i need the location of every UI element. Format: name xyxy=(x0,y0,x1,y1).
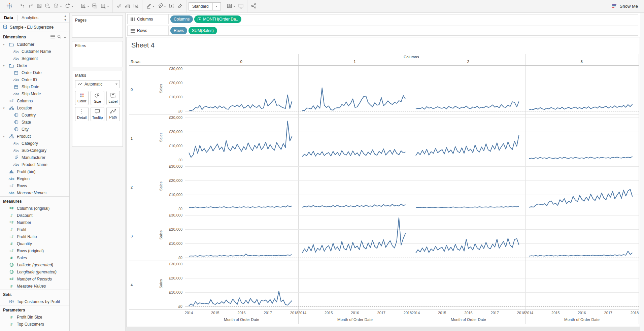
marks-label-button[interactable]: Label xyxy=(106,91,120,105)
line-panel-r1-c0[interactable] xyxy=(185,114,298,163)
swap-axes-button[interactable] xyxy=(115,2,123,11)
field-item[interactable]: #Profit xyxy=(0,226,69,233)
field-item[interactable]: ▾Location xyxy=(0,104,69,111)
field-item[interactable]: Longitude (generated) xyxy=(0,268,69,275)
marks-tooltip-button[interactable]: Tooltip xyxy=(91,107,104,121)
text-label-button[interactable] xyxy=(167,2,176,11)
duplicate-sheet-button[interactable] xyxy=(91,2,99,11)
field-item[interactable]: ▾Order xyxy=(0,62,69,69)
field-item[interactable]: =#Columns (original) xyxy=(0,205,69,212)
show-me-button[interactable]: Show Me xyxy=(609,2,641,10)
field-item[interactable]: #Quantity xyxy=(0,240,69,247)
field-item[interactable]: ▾Product xyxy=(0,133,69,140)
field-item[interactable]: =#Rows xyxy=(0,182,69,189)
rows-shelf-pill[interactable]: SUM(Sales) xyxy=(189,27,217,34)
field-item[interactable]: AbcShip Mode xyxy=(0,90,69,97)
datasource-row[interactable]: Sample - EU Superstore xyxy=(0,23,69,32)
line-panel-r3-c3[interactable] xyxy=(525,212,639,261)
line-panel-r2-c0[interactable] xyxy=(185,163,298,212)
line-panel-r3-c2[interactable] xyxy=(412,212,525,261)
rows-shelf-pill[interactable]: Rows xyxy=(170,27,187,34)
field-item[interactable]: AbcCategory xyxy=(0,140,69,147)
field-item[interactable]: =#Number xyxy=(0,219,69,226)
marks-detail-button[interactable]: Detail xyxy=(75,107,89,121)
marks-color-button[interactable]: Color xyxy=(75,91,89,105)
line-panel-r1-c3[interactable] xyxy=(525,114,639,163)
share-button[interactable] xyxy=(249,2,258,11)
field-item[interactable]: #Profit Bin Size xyxy=(0,313,69,321)
field-item[interactable]: City xyxy=(0,126,69,133)
columns-shelf-pill[interactable]: Columns xyxy=(170,15,193,23)
paperclip-button[interactable] xyxy=(156,2,167,11)
field-item[interactable]: #Measure Values xyxy=(0,283,69,290)
pages-card[interactable]: Pages xyxy=(72,15,123,38)
pin-button[interactable] xyxy=(176,2,184,11)
rows-shelf[interactable]: Rows RowsSUM(Sales) xyxy=(127,26,638,36)
field-item[interactable]: #Top Customers xyxy=(0,321,69,328)
field-item[interactable]: =#Columns xyxy=(0,97,69,104)
line-panel-r0-c3[interactable] xyxy=(525,65,639,114)
horizontal-scrollbar[interactable] xyxy=(126,327,640,331)
line-panel-r0-c2[interactable] xyxy=(412,65,525,114)
view-list-icon[interactable] xyxy=(50,35,55,39)
field-item[interactable]: =#Rows (original) xyxy=(0,247,69,254)
tableau-logo-button[interactable] xyxy=(5,2,14,11)
mark-type-selector[interactable]: Automatic xyxy=(75,80,120,88)
sort-descending-button[interactable] xyxy=(132,2,140,11)
field-item[interactable]: State xyxy=(0,119,69,126)
expander-caret-icon[interactable]: ▾ xyxy=(3,135,7,138)
line-panel-r3-c1[interactable] xyxy=(298,212,412,261)
refresh-button[interactable] xyxy=(63,2,75,11)
field-item[interactable]: Manufacturer xyxy=(0,154,69,161)
fit-mode-dropdown[interactable]: Standard xyxy=(189,2,221,10)
field-item[interactable]: AbcProduct Name xyxy=(0,161,69,168)
redo-button[interactable] xyxy=(27,2,35,11)
field-item[interactable]: Latitude (generated) xyxy=(0,261,69,268)
undo-button[interactable] xyxy=(18,2,27,11)
field-item[interactable]: AbcCustomer Name xyxy=(0,48,69,55)
field-item[interactable]: AbcOrder ID xyxy=(0,76,69,83)
line-panel-r4-c0[interactable] xyxy=(185,261,298,309)
field-item[interactable]: =#Number of Records xyxy=(0,275,69,283)
clear-sheet-button[interactable] xyxy=(99,2,110,11)
field-item[interactable]: AbcSegment xyxy=(0,55,69,62)
pause-updates-button[interactable] xyxy=(52,2,63,11)
field-item[interactable]: Country xyxy=(0,111,69,119)
expander-caret-icon[interactable]: ▾ xyxy=(3,43,7,46)
search-icon[interactable] xyxy=(57,35,61,40)
line-panel-r1-c2[interactable] xyxy=(412,114,525,163)
columns-shelf[interactable]: Columns Columns+MONTH(Order Da.. xyxy=(127,14,638,24)
field-item[interactable]: AbcRegion xyxy=(0,175,69,182)
line-panel-r1-c1[interactable] xyxy=(298,114,412,163)
field-item[interactable]: #Sales xyxy=(0,254,69,261)
field-item[interactable]: Profit (bin) xyxy=(0,168,69,175)
field-item[interactable]: Top Customers by Profit xyxy=(0,298,69,305)
line-panel-r0-c0[interactable] xyxy=(185,65,298,114)
presentation-mode-button[interactable] xyxy=(237,2,245,11)
field-item[interactable]: Order Date xyxy=(0,69,69,76)
tab-analytics[interactable]: Analytics xyxy=(18,13,42,23)
field-item[interactable]: AbcMeasure Names xyxy=(0,189,69,196)
highlight-button[interactable] xyxy=(144,2,156,11)
line-panel-r2-c3[interactable] xyxy=(525,163,639,212)
fit-selector-button[interactable] xyxy=(225,2,237,11)
field-item[interactable]: =#Profit Ratio xyxy=(0,233,69,240)
filters-card[interactable]: Filters xyxy=(72,41,123,67)
add-data-button[interactable] xyxy=(43,2,52,11)
caret-down-icon[interactable] xyxy=(64,35,66,39)
line-panel-r2-c1[interactable] xyxy=(298,163,412,212)
new-worksheet-button[interactable] xyxy=(79,2,91,11)
expander-caret-icon[interactable]: ▾ xyxy=(3,106,7,110)
line-panel-r0-c1[interactable] xyxy=(298,65,412,114)
columns-shelf-pill[interactable]: +MONTH(Order Da.. xyxy=(194,15,241,23)
field-item[interactable]: AbcSub-Category xyxy=(0,147,69,154)
pane-swap-icon[interactable]: ▲▼ xyxy=(64,14,67,22)
marks-path-button[interactable]: Path xyxy=(106,107,120,121)
save-button[interactable] xyxy=(35,2,43,11)
sort-ascending-button[interactable] xyxy=(123,2,132,11)
field-item[interactable]: #Discount xyxy=(0,212,69,219)
marks-size-button[interactable]: Size xyxy=(91,91,104,105)
tab-data[interactable]: Data xyxy=(0,13,17,23)
field-item[interactable]: ▾Customer xyxy=(0,41,69,48)
line-panel-r3-c0[interactable] xyxy=(185,212,298,261)
